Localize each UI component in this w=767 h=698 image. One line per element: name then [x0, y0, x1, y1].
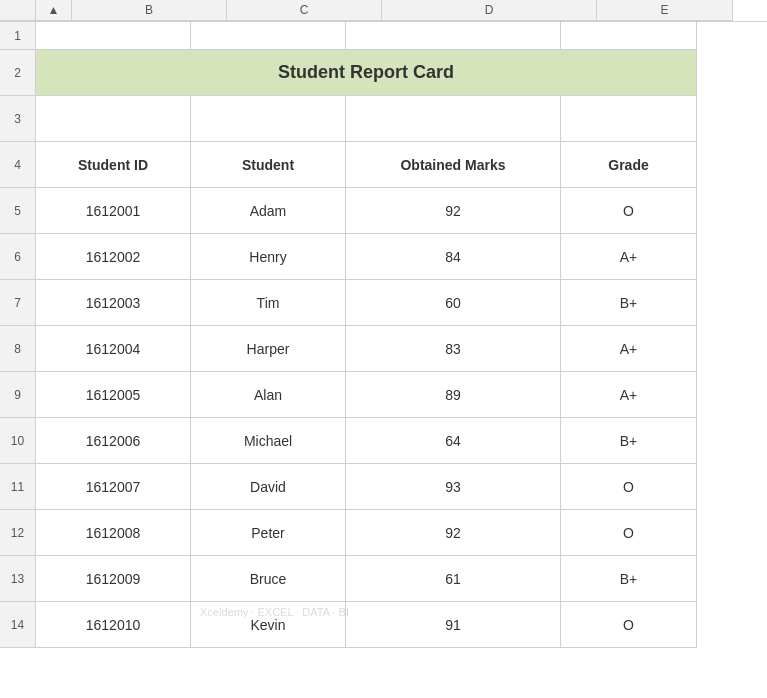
cell-5-grade[interactable]: O	[561, 188, 697, 234]
cell-6-marks[interactable]: 84	[346, 234, 561, 280]
spreadsheet: ▲ B C D E 1 2 3 4 5 6 7 8 9 10 11 12 13 …	[0, 0, 767, 698]
col-header-a: ▲	[36, 0, 72, 21]
cell-7-student[interactable]: Tim	[191, 280, 346, 326]
data-columns: Student Report Card Student ID Student O…	[36, 22, 767, 648]
cell-8-grade[interactable]: A+	[561, 326, 697, 372]
cell-13-student[interactable]: Bruce	[191, 556, 346, 602]
cell-1-b[interactable]	[36, 22, 191, 50]
row-numbers: 1 2 3 4 5 6 7 8 9 10 11 12 13 14	[0, 22, 36, 648]
cell-12-marks[interactable]: 92	[346, 510, 561, 556]
cell-1-e[interactable]	[561, 22, 697, 50]
cell-3-e[interactable]	[561, 96, 697, 142]
row-3	[36, 96, 767, 142]
row-num-10: 10	[0, 418, 36, 464]
header-grade: Grade	[561, 142, 697, 188]
cell-9-grade[interactable]: A+	[561, 372, 697, 418]
cell-12-id[interactable]: 1612008	[36, 510, 191, 556]
cell-14-grade[interactable]: O	[561, 602, 697, 648]
row-num-7: 7	[0, 280, 36, 326]
cell-7-id[interactable]: 1612003	[36, 280, 191, 326]
row-num-4: 4	[0, 142, 36, 188]
cell-9-student[interactable]: Alan	[191, 372, 346, 418]
row-num-5: 5	[0, 188, 36, 234]
spreadsheet-title: Student Report Card	[278, 62, 454, 83]
row-num-14: 14	[0, 602, 36, 648]
cell-10-grade[interactable]: B+	[561, 418, 697, 464]
cell-5-marks[interactable]: 92	[346, 188, 561, 234]
column-headers: ▲ B C D E	[0, 0, 767, 22]
table-row: 1612009 Bruce 61 B+	[36, 556, 767, 602]
cell-6-grade[interactable]: A+	[561, 234, 697, 280]
cell-14-id[interactable]: 1612010	[36, 602, 191, 648]
cell-13-marks[interactable]: 61	[346, 556, 561, 602]
cell-3-c[interactable]	[191, 96, 346, 142]
cell-9-id[interactable]: 1612005	[36, 372, 191, 418]
cell-1-c[interactable]	[191, 22, 346, 50]
cell-6-student[interactable]: Henry	[191, 234, 346, 280]
cell-8-marks[interactable]: 83	[346, 326, 561, 372]
cell-1-d[interactable]	[346, 22, 561, 50]
grid-body: 1 2 3 4 5 6 7 8 9 10 11 12 13 14	[0, 22, 767, 648]
row-num-11: 11	[0, 464, 36, 510]
cell-14-student[interactable]: Kevin	[191, 602, 346, 648]
table-row: 1612004 Harper 83 A+	[36, 326, 767, 372]
row-2-title: Student Report Card	[36, 50, 767, 96]
table-row: 1612001 Adam 92 O	[36, 188, 767, 234]
row-num-13: 13	[0, 556, 36, 602]
cell-5-student[interactable]: Adam	[191, 188, 346, 234]
table-row: 1612007 David 93 O	[36, 464, 767, 510]
row-num-1: 1	[0, 22, 36, 50]
cell-13-id[interactable]: 1612009	[36, 556, 191, 602]
table-row: 1612008 Peter 92 O	[36, 510, 767, 556]
table-row: 1612010 Kevin 91 O	[36, 602, 767, 648]
cell-12-student[interactable]: Peter	[191, 510, 346, 556]
header-student-id: Student ID	[36, 142, 191, 188]
col-header-b: B	[72, 0, 227, 21]
col-header-c: C	[227, 0, 382, 21]
cell-11-student[interactable]: David	[191, 464, 346, 510]
row-num-2: 2	[0, 50, 36, 96]
row-num-6: 6	[0, 234, 36, 280]
row-num-3: 3	[0, 96, 36, 142]
cell-11-id[interactable]: 1612007	[36, 464, 191, 510]
col-header-d: D	[382, 0, 597, 21]
cell-5-id[interactable]: 1612001	[36, 188, 191, 234]
cell-10-id[interactable]: 1612006	[36, 418, 191, 464]
row-1	[36, 22, 767, 50]
corner-cell	[0, 0, 36, 21]
cell-10-student[interactable]: Michael	[191, 418, 346, 464]
table-row: 1612003 Tim 60 B+	[36, 280, 767, 326]
cell-13-grade[interactable]: B+	[561, 556, 697, 602]
cell-12-grade[interactable]: O	[561, 510, 697, 556]
table-row: 1612002 Henry 84 A+	[36, 234, 767, 280]
row-num-9: 9	[0, 372, 36, 418]
cell-3-d[interactable]	[346, 96, 561, 142]
cell-3-b[interactable]	[36, 96, 191, 142]
col-header-e: E	[597, 0, 733, 21]
header-obtained-marks: Obtained Marks	[346, 142, 561, 188]
table-row: 1612005 Alan 89 A+	[36, 372, 767, 418]
table-header-row: Student ID Student Obtained Marks Grade	[36, 142, 767, 188]
cell-11-grade[interactable]: O	[561, 464, 697, 510]
table-row: 1612006 Michael 64 B+	[36, 418, 767, 464]
cell-8-student[interactable]: Harper	[191, 326, 346, 372]
cell-6-id[interactable]: 1612002	[36, 234, 191, 280]
cell-7-marks[interactable]: 60	[346, 280, 561, 326]
cell-9-marks[interactable]: 89	[346, 372, 561, 418]
row-num-12: 12	[0, 510, 36, 556]
title-cell: Student Report Card	[36, 50, 697, 96]
cell-11-marks[interactable]: 93	[346, 464, 561, 510]
row-num-8: 8	[0, 326, 36, 372]
cell-14-marks[interactable]: 91	[346, 602, 561, 648]
cell-7-grade[interactable]: B+	[561, 280, 697, 326]
header-student: Student	[191, 142, 346, 188]
cell-8-id[interactable]: 1612004	[36, 326, 191, 372]
cell-10-marks[interactable]: 64	[346, 418, 561, 464]
